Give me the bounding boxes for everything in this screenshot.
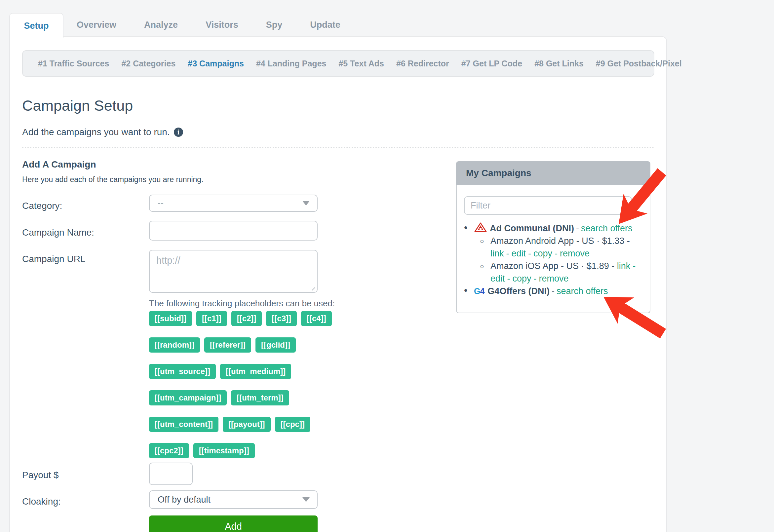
subnav-item-traffic-sources[interactable]: #1 Traffic Sources (38, 59, 109, 68)
campaign-setup-page: Setup Overview Analyze Visitors Spy Upda… (0, 0, 774, 532)
setup-steps-nav: #1 Traffic Sources #2 Categories #3 Camp… (22, 50, 654, 77)
payout-label: Payout $ (22, 470, 59, 480)
tab-setup-label: Setup (24, 21, 49, 31)
subnav-item-campaigns[interactable]: #3 Campaigns (188, 59, 244, 68)
separator: - (552, 286, 555, 296)
sub-bullet-icon: ○ (480, 260, 484, 273)
page-intro-text: Add the campaigns you want to run. (22, 127, 170, 137)
placeholder-row: [[subid]] [[c1]] [[c2]] [[c3]] [[c4]] (149, 311, 332, 326)
my-campaigns-header: My Campaigns (456, 161, 650, 185)
subnav-item-text-ads[interactable]: #5 Text Ads (338, 59, 384, 68)
cloaking-label: Cloaking: (22, 496, 61, 507)
offer-row: ○ Amazon Android App - US · $1.33 - link… (457, 235, 650, 260)
offer-link-link[interactable]: link (490, 248, 504, 258)
placeholder-subid[interactable]: [[subid]] (149, 311, 192, 326)
section-divider (22, 147, 654, 148)
placeholder-c2[interactable]: [[c2]] (231, 311, 262, 326)
my-campaigns-title: My Campaigns (466, 168, 531, 178)
search-offers-link[interactable]: search offers (557, 286, 608, 296)
campaign-group-name: G4Offers (DNI) (487, 286, 550, 296)
cloaking-select[interactable]: Off by default (149, 490, 318, 509)
category-select[interactable]: -- (149, 195, 318, 212)
cloaking-selected-value: Off by default (158, 495, 211, 505)
campaign-group-name: Ad Communal (DNI) (490, 223, 574, 233)
separator: - (507, 274, 510, 284)
placeholder-c4[interactable]: [[c4]] (301, 311, 332, 326)
offer-copy-link[interactable]: copy (533, 248, 552, 258)
page-intro: Add the campaigns you want to run. i (22, 127, 183, 137)
offer-remove-link[interactable]: remove (560, 248, 590, 258)
subnav-item-landing-pages[interactable]: #4 Landing Pages (256, 59, 327, 68)
separator: - (555, 248, 558, 258)
placeholder-row: [[cpc2]] [[timestamp]] (149, 443, 255, 458)
chevron-down-icon (302, 201, 310, 206)
campaign-filter-input[interactable] (464, 196, 632, 215)
separator: - (528, 248, 531, 258)
placeholder-cpc2[interactable]: [[cpc2]] (149, 443, 189, 458)
chevron-down-icon (302, 497, 310, 502)
campaign-name-label: Campaign Name: (22, 227, 94, 238)
tab-update[interactable]: Update (310, 20, 340, 30)
campaign-url-label: Campaign URL (22, 254, 85, 264)
search-offers-link[interactable]: search offers (581, 223, 633, 233)
subnav-item-categories[interactable]: #2 Categories (121, 59, 175, 68)
subnav-item-redirector[interactable]: #6 Redirector (396, 59, 449, 68)
placeholder-timestamp[interactable]: [[timestamp]] (193, 443, 255, 458)
placeholder-utm-term[interactable]: [[utm_term]] (231, 390, 289, 405)
category-label: Category: (22, 201, 62, 211)
tab-bar: Overview Analyze Visitors Spy Update (77, 13, 340, 37)
campaign-group-row: • G4G4Offers (DNI)-search offers (457, 285, 650, 297)
ad-communal-logo-icon (474, 222, 487, 233)
placeholder-row: [[random]] [[referer]] [[gclid]] (149, 337, 296, 353)
offer-edit-link[interactable]: edit (512, 248, 526, 258)
placeholder-row: [[utm_campaign]] [[utm_term]] (149, 390, 289, 405)
page-title: Campaign Setup (22, 97, 133, 114)
placeholder-c3[interactable]: [[c3]] (266, 311, 297, 326)
bullet-icon: • (464, 284, 468, 297)
placeholders-caption: The following tracking placeholders can … (149, 298, 335, 309)
g4offers-logo-icon: G4 (474, 286, 484, 296)
placeholder-utm-source[interactable]: [[utm_source]] (149, 364, 216, 379)
offer-link-link[interactable]: link (617, 261, 631, 271)
placeholder-row: [[utm_source]] [[utm_medium]] (149, 364, 291, 379)
tab-setup[interactable]: Setup (9, 13, 63, 38)
sub-bullet-icon: ○ (480, 235, 484, 247)
add-campaign-subheading: Here you add each of the campaigns you a… (22, 175, 204, 184)
campaign-url-textarea[interactable] (149, 250, 318, 293)
subnav-item-get-links[interactable]: #8 Get Links (534, 59, 584, 68)
placeholder-random[interactable]: [[random]] (149, 337, 200, 353)
placeholder-cpc[interactable]: [[cpc]] (275, 417, 310, 432)
add-campaign-heading: Add A Campaign (22, 159, 96, 170)
tab-analyze[interactable]: Analyze (144, 20, 178, 30)
placeholder-referer[interactable]: [[referer]] (204, 337, 251, 353)
bullet-icon: • (464, 221, 468, 234)
campaign-list: • Ad Communal (DNI)-search offers ○ Amaz… (457, 222, 650, 297)
placeholder-gclid[interactable]: [[gclid]] (255, 337, 296, 353)
offer-copy-link[interactable]: copy (513, 274, 531, 284)
subnav-item-get-lp-code[interactable]: #7 Get LP Code (461, 59, 522, 68)
placeholder-utm-campaign[interactable]: [[utm_campaign]] (149, 390, 227, 405)
separator: - (534, 274, 537, 284)
subnav-item-get-postback[interactable]: #9 Get Postback/Pixel (596, 59, 682, 68)
tab-overview[interactable]: Overview (77, 20, 116, 30)
placeholder-utm-content[interactable]: [[utm_content]] (149, 417, 218, 432)
info-icon[interactable]: i (174, 128, 183, 137)
campaign-name-input[interactable] (149, 221, 318, 241)
offer-remove-link[interactable]: remove (539, 274, 569, 284)
category-selected-value: -- (158, 198, 164, 209)
placeholder-row: [[utm_content]] [[payout]] [[cpc]] (149, 417, 310, 432)
tab-spy[interactable]: Spy (266, 20, 283, 30)
payout-input[interactable] (149, 463, 193, 485)
separator: - (633, 261, 636, 271)
tab-visitors[interactable]: Visitors (206, 20, 238, 30)
campaign-group-row: • Ad Communal (DNI)-search offers (457, 222, 650, 235)
offer-edit-link[interactable]: edit (490, 274, 505, 284)
placeholder-utm-medium[interactable]: [[utm_medium]] (220, 364, 291, 379)
offer-text: Amazon iOS App - US · $1.89 - (490, 261, 614, 271)
separator: - (576, 223, 579, 233)
offer-row: ○ Amazon iOS App - US · $1.89 - link-edi… (457, 260, 650, 285)
separator: - (506, 248, 509, 258)
add-campaign-button[interactable]: Add (149, 515, 318, 532)
placeholder-payout[interactable]: [[payout]] (223, 417, 271, 432)
placeholder-c1[interactable]: [[c1]] (196, 311, 227, 326)
